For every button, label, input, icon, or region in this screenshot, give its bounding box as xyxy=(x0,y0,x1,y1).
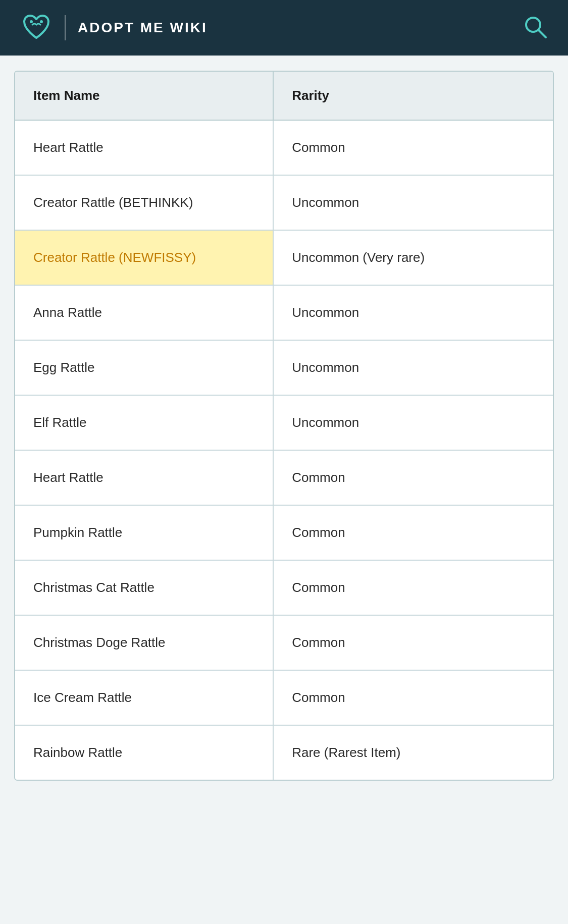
table-header-row: Item Name Rarity xyxy=(15,72,553,120)
table-cell-name: Pumpkin Rattle xyxy=(15,505,273,560)
table-cell-name: Creator Rattle (BETHINKK) xyxy=(15,175,273,230)
table-row: Creator Rattle (BETHINKK)Uncommon xyxy=(15,175,553,230)
table-cell-name: Anna Rattle xyxy=(15,285,273,340)
svg-point-1 xyxy=(40,20,43,23)
table-cell-rarity: Rare (Rarest Item) xyxy=(273,725,553,780)
table-cell-rarity: Common xyxy=(273,560,553,615)
column-header-rarity: Rarity xyxy=(273,72,553,120)
table-cell-name: Christmas Doge Rattle xyxy=(15,615,273,670)
search-button[interactable] xyxy=(523,14,548,41)
items-table: Item Name Rarity Heart RattleCommonCreat… xyxy=(15,72,553,780)
table-cell-name: Heart Rattle xyxy=(15,120,273,175)
svg-point-0 xyxy=(30,20,33,23)
table-cell-name: Christmas Cat Rattle xyxy=(15,560,273,615)
table-row: Rainbow RattleRare (Rarest Item) xyxy=(15,725,553,780)
table-cell-rarity: Uncommon xyxy=(273,340,553,395)
table-row: Egg RattleUncommon xyxy=(15,340,553,395)
table-row: Creator Rattle (NEWFISSY)Uncommon (Very … xyxy=(15,230,553,285)
table-body: Heart RattleCommonCreator Rattle (BETHIN… xyxy=(15,120,553,780)
table-row: Ice Cream RattleCommon xyxy=(15,670,553,725)
svg-line-3 xyxy=(538,30,546,37)
table-cell-name: Rainbow Rattle xyxy=(15,725,273,780)
table-cell-name: Elf Rattle xyxy=(15,395,273,450)
table-cell-name: Egg Rattle xyxy=(15,340,273,395)
table-row: Elf RattleUncommon xyxy=(15,395,553,450)
search-icon xyxy=(523,14,548,39)
table-cell-rarity: Common xyxy=(273,615,553,670)
table-cell-name: Creator Rattle (NEWFISSY) xyxy=(15,230,273,285)
table-cell-rarity: Uncommon xyxy=(273,285,553,340)
table-cell-name: Ice Cream Rattle xyxy=(15,670,273,725)
table-row: Christmas Doge RattleCommon xyxy=(15,615,553,670)
table-cell-rarity: Common xyxy=(273,450,553,505)
table-row: Heart RattleCommon xyxy=(15,450,553,505)
table-header: Item Name Rarity xyxy=(15,72,553,120)
table-cell-rarity: Uncommon xyxy=(273,395,553,450)
table-cell-rarity: Common xyxy=(273,505,553,560)
table-row: Anna RattleUncommon xyxy=(15,285,553,340)
items-table-container: Item Name Rarity Heart RattleCommonCreat… xyxy=(14,71,554,781)
table-row: Christmas Cat RattleCommon xyxy=(15,560,553,615)
column-header-name: Item Name xyxy=(15,72,273,120)
table-cell-rarity: Common xyxy=(273,120,553,175)
header-divider xyxy=(65,15,66,40)
table-row: Pumpkin RattleCommon xyxy=(15,505,553,560)
table-row: Heart RattleCommon xyxy=(15,120,553,175)
table-cell-rarity: Uncommon (Very rare) xyxy=(273,230,553,285)
adopt-me-logo-icon xyxy=(20,12,53,44)
table-cell-rarity: Uncommon xyxy=(273,175,553,230)
table-cell-name: Heart Rattle xyxy=(15,450,273,505)
page-header: ADOPT ME WIKI xyxy=(0,0,568,56)
table-cell-rarity: Common xyxy=(273,670,553,725)
header-left: ADOPT ME WIKI xyxy=(20,12,208,44)
header-title: ADOPT ME WIKI xyxy=(78,20,208,36)
